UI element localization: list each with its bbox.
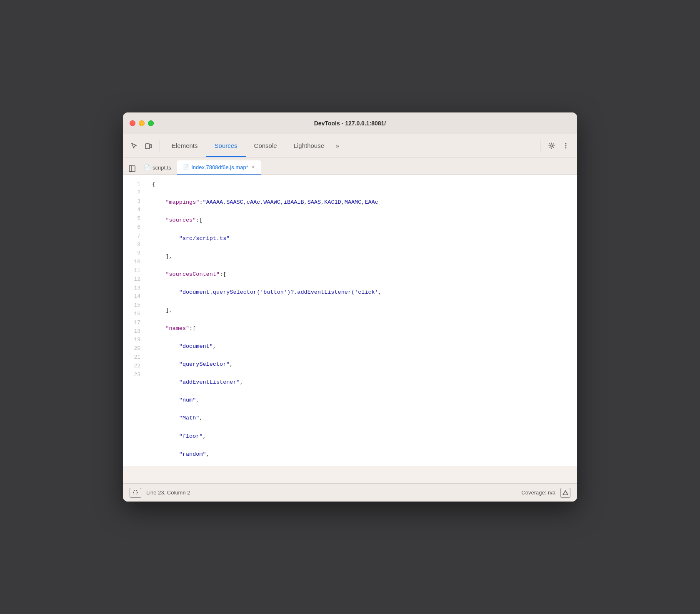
- tab-sources[interactable]: Sources: [206, 134, 246, 157]
- svg-rect-7: [129, 166, 135, 172]
- code-line: "random",: [152, 450, 577, 459]
- toolbar: Elements Sources Console Lighthouse »: [123, 134, 577, 157]
- tab-console[interactable]: Console: [246, 134, 285, 157]
- status-left: {} Line 23, Column 2: [130, 488, 190, 498]
- close-tab-button[interactable]: ×: [252, 164, 255, 170]
- svg-point-4: [565, 145, 567, 146]
- tab-elements[interactable]: Elements: [163, 134, 206, 157]
- code-line: "sources":[: [152, 216, 577, 225]
- code-editor-content[interactable]: { "mappings":"AAAAA,SAASC,cAAc,WAAWC,iBA…: [144, 175, 577, 466]
- svg-point-5: [565, 147, 567, 148]
- line-numbers: 1 2 3 4 5 6 7 8 9 10 11 12 13 14 15 16 1: [123, 175, 144, 466]
- file-tab-script-ts[interactable]: 📄 script.ts: [138, 160, 177, 175]
- file-icon: 📄: [144, 165, 150, 170]
- traffic-lights: [130, 120, 154, 126]
- code-line: "Math",: [152, 414, 577, 423]
- code-line: "names":[: [152, 324, 577, 333]
- status-bar: {} Line 23, Column 2 Coverage: n/a: [123, 483, 577, 502]
- minimize-button[interactable]: [139, 120, 145, 126]
- svg-point-3: [565, 143, 567, 144]
- code-line: "document.querySelector('button')?.addEv…: [152, 288, 577, 297]
- settings-button[interactable]: [545, 140, 558, 152]
- svg-rect-6: [129, 166, 132, 172]
- svg-point-2: [551, 145, 553, 147]
- cursor-position: Line 23, Column 2: [146, 489, 190, 496]
- svg-rect-0: [145, 144, 150, 149]
- svg-rect-1: [150, 145, 152, 148]
- code-line: "src/script.ts": [152, 234, 577, 243]
- tab-navigation: Elements Sources Console Lighthouse »: [163, 134, 540, 157]
- code-line: "num",: [152, 396, 577, 405]
- editor[interactable]: 1 2 3 4 5 6 7 8 9 10 11 12 13 14 15 16 1: [123, 175, 577, 466]
- code-line: "addEventListener",: [152, 378, 577, 387]
- close-button[interactable]: [130, 120, 135, 126]
- code-line: ],: [152, 306, 577, 315]
- title-bar: DevTools - 127.0.0.1:8081/: [123, 112, 577, 134]
- code-line: "querySelector",: [152, 360, 577, 369]
- tab-lighthouse[interactable]: Lighthouse: [285, 134, 332, 157]
- file-tab-label: index.7808df6e.js.map*: [192, 164, 248, 170]
- format-button[interactable]: {}: [130, 488, 141, 498]
- coverage-panel-button[interactable]: [560, 488, 570, 498]
- code-line: "document",: [152, 342, 577, 351]
- file-tab-label: script.ts: [152, 165, 171, 171]
- code-line: {: [152, 180, 577, 189]
- status-right: Coverage: n/a: [521, 488, 570, 498]
- maximize-button[interactable]: [148, 120, 154, 126]
- device-toolbar-button[interactable]: [142, 140, 155, 152]
- coverage-status: Coverage: n/a: [521, 489, 555, 496]
- more-tabs-button[interactable]: »: [332, 134, 342, 157]
- code-container: 1 2 3 4 5 6 7 8 9 10 11 12 13 14 15 16 1: [123, 175, 577, 466]
- file-icon: 📄: [183, 164, 189, 170]
- file-tabs: 📄 script.ts 📄 index.7808df6e.js.map* ×: [123, 157, 577, 175]
- content-area: 1 2 3 4 5 6 7 8 9 10 11 12 13 14 15 16 1: [123, 175, 577, 483]
- code-line: "mappings":"AAAAA,SAASC,cAAc,WAAWC,iBAAi…: [152, 198, 577, 207]
- window-title: DevTools - 127.0.0.1:8081/: [314, 120, 386, 127]
- more-options-button[interactable]: [560, 140, 572, 152]
- toolbar-right: [540, 140, 572, 152]
- devtools-window: DevTools - 127.0.0.1:8081/ Elements Sour: [123, 112, 577, 502]
- code-line: "floor",: [152, 432, 577, 441]
- code-line: ],: [152, 252, 577, 261]
- file-tab-index-map[interactable]: 📄 index.7808df6e.js.map* ×: [177, 160, 261, 175]
- panel-toggle-button[interactable]: [126, 163, 138, 175]
- inspect-element-button[interactable]: [128, 140, 140, 152]
- code-line: "sourcesContent":[: [152, 270, 577, 279]
- svg-marker-8: [563, 491, 568, 495]
- toolbar-icons: [128, 140, 160, 152]
